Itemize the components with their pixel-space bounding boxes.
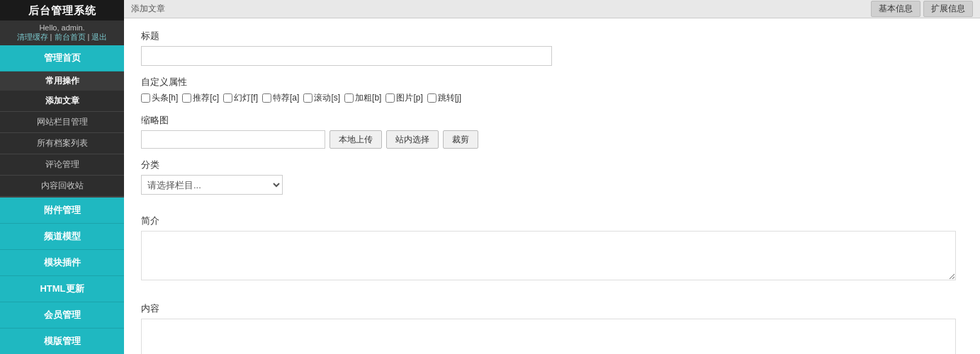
attrs-section: 自定义属性 头条[h] 推荐[c] 幻灯[f] 特荐[a] bbox=[141, 76, 963, 104]
attr-a-checkbox[interactable] bbox=[262, 93, 271, 103]
attr-c-checkbox[interactable] bbox=[182, 93, 191, 103]
front-page-link[interactable]: 前台首页 bbox=[55, 33, 86, 41]
sidebar: 后台管理系统 Hello, admin. 清理缓存 | 前台首页 | 退出 管理… bbox=[0, 0, 124, 354]
attr-f[interactable]: 幻灯[f] bbox=[223, 92, 258, 104]
attr-h-label: 头条[h] bbox=[152, 92, 178, 104]
attr-a-label: 特荐[a] bbox=[273, 92, 299, 104]
attr-s[interactable]: 滚动[s] bbox=[303, 92, 340, 104]
attr-p-checkbox[interactable] bbox=[385, 93, 395, 103]
content-label: 内容 bbox=[141, 302, 963, 315]
clear-cache-link[interactable]: 清理缓存 bbox=[17, 33, 48, 41]
extended-info-btn[interactable]: 扩展信息 bbox=[923, 1, 973, 17]
basic-info-btn[interactable]: 基本信息 bbox=[871, 1, 920, 17]
breadcrumb: 添加文章 bbox=[131, 3, 165, 15]
title-section: 标题 bbox=[141, 30, 963, 66]
thumbnail-section: 缩略图 本地上传 站内选择 裁剪 bbox=[141, 114, 963, 149]
attr-f-label: 幻灯[f] bbox=[234, 92, 258, 104]
sidebar-home-btn[interactable]: 管理首页 bbox=[0, 45, 124, 72]
sidebar-item-column-mgmt[interactable]: 网站栏目管理 bbox=[0, 112, 124, 133]
attrs-row: 头条[h] 推荐[c] 幻灯[f] 特荐[a] 滚动[s] bbox=[141, 92, 963, 104]
attr-s-label: 滚动[s] bbox=[314, 92, 340, 104]
sidebar-html-btn[interactable]: HTML更新 bbox=[0, 276, 124, 302]
category-section: 分类 请选择栏目... bbox=[141, 159, 963, 205]
form-area: 标题 自定义属性 头条[h] 推荐[c] 幻灯[f] bbox=[124, 18, 980, 354]
sidebar-member-btn[interactable]: 会员管理 bbox=[0, 302, 124, 329]
category-select[interactable]: 请选择栏目... bbox=[141, 175, 283, 195]
sidebar-item-recycle[interactable]: 内容回收站 bbox=[0, 176, 124, 197]
sidebar-item-comment-mgmt[interactable]: 评论管理 bbox=[0, 154, 124, 176]
sidebar-item-all-archives[interactable]: 所有档案列表 bbox=[0, 133, 124, 154]
attr-f-checkbox[interactable] bbox=[223, 93, 232, 103]
sidebar-common-title: 常用操作 bbox=[0, 72, 124, 91]
attr-h[interactable]: 头条[h] bbox=[141, 92, 178, 104]
thumbnail-row: 本地上传 站内选择 裁剪 bbox=[141, 130, 963, 149]
attr-j-checkbox[interactable] bbox=[427, 93, 437, 103]
content-editor[interactable] bbox=[141, 319, 956, 354]
attr-j[interactable]: 跳转[j] bbox=[427, 92, 461, 104]
attr-p[interactable]: 图片[p] bbox=[385, 92, 422, 104]
sidebar-title: 后台管理系统 bbox=[0, 0, 124, 21]
sidebar-attachment-btn[interactable]: 附件管理 bbox=[0, 198, 124, 224]
sidebar-channel-btn[interactable]: 频道模型 bbox=[0, 224, 124, 250]
synopsis-section: 简介 bbox=[141, 215, 963, 292]
local-upload-btn[interactable]: 本地上传 bbox=[330, 130, 382, 149]
thumbnail-label: 缩略图 bbox=[141, 114, 963, 127]
sidebar-template-btn[interactable]: 模版管理 bbox=[0, 329, 124, 354]
attr-b-label: 加粗[b] bbox=[355, 92, 381, 104]
content-section: 内容 bbox=[141, 302, 963, 354]
attr-s-checkbox[interactable] bbox=[303, 93, 312, 103]
attr-b-checkbox[interactable] bbox=[344, 93, 354, 103]
attr-p-label: 图片[p] bbox=[396, 92, 422, 104]
sidebar-user: Hello, admin. 清理缓存 | 前台首页 | 退出 bbox=[0, 21, 124, 45]
title-label: 标题 bbox=[141, 30, 963, 42]
attr-a[interactable]: 特荐[a] bbox=[262, 92, 299, 104]
title-input[interactable] bbox=[141, 46, 552, 66]
attr-h-checkbox[interactable] bbox=[141, 93, 150, 103]
attr-j-label: 跳转[j] bbox=[438, 92, 461, 104]
topbar: 添加文章 基本信息 扩展信息 bbox=[124, 0, 980, 18]
attr-b[interactable]: 加粗[b] bbox=[344, 92, 381, 104]
thumbnail-input[interactable] bbox=[141, 130, 325, 149]
crop-btn[interactable]: 裁剪 bbox=[443, 130, 478, 149]
category-label: 分类 bbox=[141, 159, 963, 171]
synopsis-textarea[interactable] bbox=[141, 231, 956, 280]
site-select-btn[interactable]: 站内选择 bbox=[386, 130, 439, 149]
sidebar-module-btn[interactable]: 模块插件 bbox=[0, 250, 124, 276]
topbar-buttons: 基本信息 扩展信息 bbox=[871, 1, 973, 17]
logout-link[interactable]: 退出 bbox=[91, 33, 107, 41]
sidebar-item-add-article[interactable]: 添加文章 bbox=[0, 91, 124, 112]
synopsis-label: 简介 bbox=[141, 215, 963, 227]
attrs-label: 自定义属性 bbox=[141, 76, 963, 88]
main-content: 添加文章 基本信息 扩展信息 标题 自定义属性 头条[h] 推荐[c] bbox=[124, 0, 980, 354]
attr-c[interactable]: 推荐[c] bbox=[182, 92, 219, 104]
user-greeting: Hello, admin. bbox=[39, 23, 84, 32]
sidebar-common-section: 常用操作 添加文章 网站栏目管理 所有档案列表 评论管理 内容回收站 bbox=[0, 72, 124, 198]
attr-c-label: 推荐[c] bbox=[193, 92, 219, 104]
